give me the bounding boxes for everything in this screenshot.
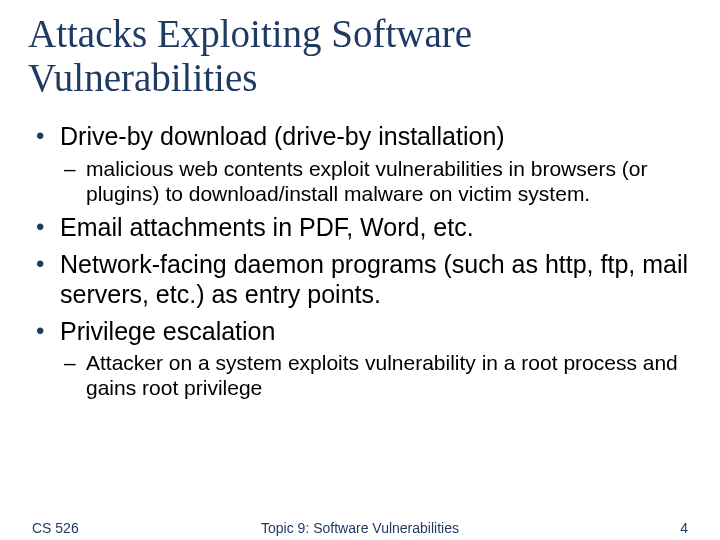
list-item: Network-facing daemon programs (such as … (28, 249, 692, 310)
bullet-list: Drive-by download (drive-by installation… (28, 121, 692, 400)
sub-item: Attacker on a system exploits vulnerabil… (60, 350, 692, 400)
sub-item: malicious web contents exploit vulnerabi… (60, 156, 692, 206)
bullet-text: Drive-by download (drive-by installation… (60, 122, 505, 150)
bullet-text: Email attachments in PDF, Word, etc. (60, 213, 474, 241)
list-item: Privilege escalation Attacker on a syste… (28, 316, 692, 401)
page-number: 4 (680, 520, 688, 536)
sub-list: malicious web contents exploit vulnerabi… (60, 156, 692, 206)
footer-topic: Topic 9: Software Vulnerabilities (0, 520, 720, 536)
bullet-text: Network-facing daemon programs (such as … (60, 250, 688, 309)
slide-title: Attacks Exploiting Software Vulnerabilit… (28, 12, 692, 99)
list-item: Drive-by download (drive-by installation… (28, 121, 692, 206)
sub-list: Attacker on a system exploits vulnerabil… (60, 350, 692, 400)
list-item: Email attachments in PDF, Word, etc. (28, 212, 692, 243)
bullet-text: Privilege escalation (60, 317, 275, 345)
